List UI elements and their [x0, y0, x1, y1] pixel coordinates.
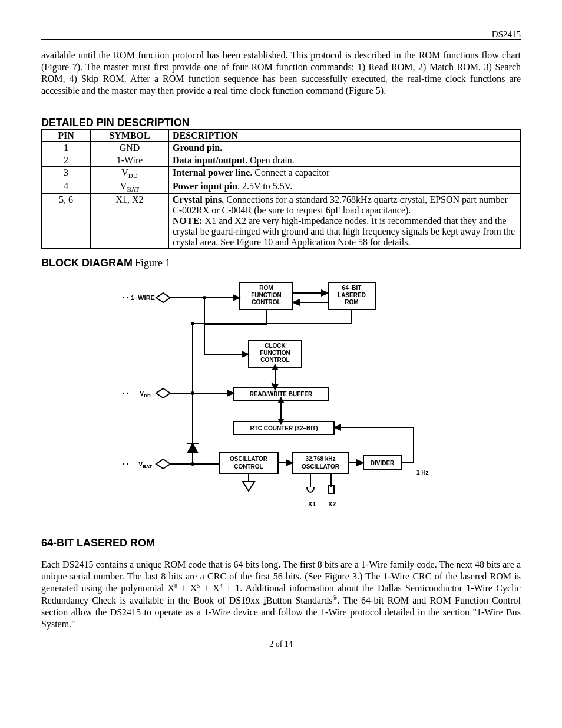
symbol-cell: X1, X2 — [91, 194, 169, 249]
svg-text:CONTROL: CONTROL — [252, 299, 280, 305]
block-diagram: 1–WIRE VDD VBAT ROM FUNCTION CONTROL 64–… — [116, 275, 446, 529]
page-number: 2 of 14 — [41, 640, 521, 649]
part-number-header: DS2415 — [41, 29, 521, 39]
svg-text:ROM: ROM — [259, 285, 273, 291]
svg-point-6 — [123, 297, 124, 298]
description-cell: Data input/output. Open drain. — [169, 154, 521, 167]
svg-text:CONTROL: CONTROL — [260, 357, 289, 363]
header-divider — [41, 39, 521, 40]
table-row: 3 VDD Internal power line. Connect a cap… — [42, 167, 521, 180]
table-row: 1 GND Ground pin. — [42, 142, 521, 154]
figure-label: Figure 1 — [135, 257, 171, 269]
svg-marker-2 — [156, 459, 170, 469]
svg-marker-1 — [156, 388, 170, 398]
svg-text:FUNCTION: FUNCTION — [260, 350, 290, 356]
svg-text:VDD: VDD — [140, 390, 151, 398]
table-row: 2 1-Wire Data input/output. Open drain. — [42, 154, 521, 167]
svg-marker-0 — [156, 293, 170, 302]
svg-text:OSCILLATOR: OSCILLATOR — [302, 463, 340, 470]
svg-point-9 — [127, 393, 128, 394]
svg-text:X1: X1 — [308, 500, 316, 508]
table-header-pin: PIN — [42, 130, 91, 142]
symbol-cell: GND — [91, 142, 169, 154]
svg-text:CLOCK: CLOCK — [265, 342, 286, 349]
description-cell: Crystal pins. Connections for a standard… — [169, 194, 521, 249]
detailed-pin-description-heading: DETAILED PIN DESCRIPTION — [41, 117, 521, 130]
table-header-description: DESCRIPTION — [169, 130, 521, 142]
pin-cell: 2 — [42, 154, 91, 167]
svg-text:32.768 kHz: 32.768 kHz — [305, 456, 335, 462]
block-diagram-heading: BLOCK DIAGRAM — [41, 257, 133, 269]
svg-point-76 — [203, 296, 206, 299]
svg-text:CONTROL: CONTROL — [234, 463, 263, 470]
svg-marker-70 — [243, 482, 254, 491]
symbol-cell: VDD — [91, 167, 169, 180]
pin-cell: 5, 6 — [42, 194, 91, 249]
description-cell: Internal power line. Connect a capacitor — [169, 167, 521, 180]
svg-point-7 — [127, 297, 128, 298]
symbol-cell: 1-Wire — [91, 154, 169, 167]
description-cell: Ground pin. — [169, 142, 521, 154]
svg-text:DIVIDER: DIVIDER — [371, 460, 395, 466]
svg-point-78 — [191, 462, 194, 466]
table-row: 5, 6 X1, X2 Crystal pins. Connections fo… — [42, 194, 521, 249]
rom-paragraph: Each DS2415 contains a unique ROM code t… — [41, 559, 521, 630]
svg-point-8 — [123, 393, 124, 394]
svg-point-10 — [123, 463, 124, 465]
svg-text:RTC COUNTER (32–BIT): RTC COUNTER (32–BIT) — [250, 425, 318, 431]
svg-text:OSCILLATOR: OSCILLATOR — [230, 456, 268, 462]
svg-point-79 — [191, 322, 194, 325]
table-row: 4 VBAT Power input pin. 2.5V to 5.5V. — [42, 180, 521, 194]
description-cell: Power input pin. 2.5V to 5.5V. — [169, 180, 521, 194]
lasered-rom-heading: 64-BIT LASERED ROM — [41, 537, 155, 549]
svg-text:ROM: ROM — [345, 299, 358, 305]
svg-text:1 Hz: 1 Hz — [416, 469, 429, 476]
svg-text:LASERED: LASERED — [338, 292, 366, 298]
intro-paragraph: available until the ROM function protoco… — [41, 50, 521, 97]
table-header-symbol: SYMBOL — [91, 130, 169, 142]
svg-marker-54 — [188, 444, 197, 452]
svg-text:VBAT: VBAT — [138, 460, 152, 469]
pin-description-table: PIN SYMBOL DESCRIPTION 1 GND Ground pin.… — [41, 129, 521, 249]
pin-cell: 3 — [42, 167, 91, 180]
pin-cell: 4 — [42, 180, 91, 194]
pin-cell: 1 — [42, 142, 91, 154]
symbol-cell: VBAT — [91, 180, 169, 194]
svg-text:X2: X2 — [328, 500, 336, 508]
svg-text:READ/WRITE BUFFER: READ/WRITE BUFFER — [250, 391, 313, 397]
svg-text:64–BIT: 64–BIT — [342, 285, 362, 291]
svg-text:1–WIRE: 1–WIRE — [131, 294, 155, 301]
svg-text:FUNCTION: FUNCTION — [251, 292, 282, 298]
svg-point-77 — [191, 391, 194, 395]
svg-point-11 — [127, 463, 128, 465]
